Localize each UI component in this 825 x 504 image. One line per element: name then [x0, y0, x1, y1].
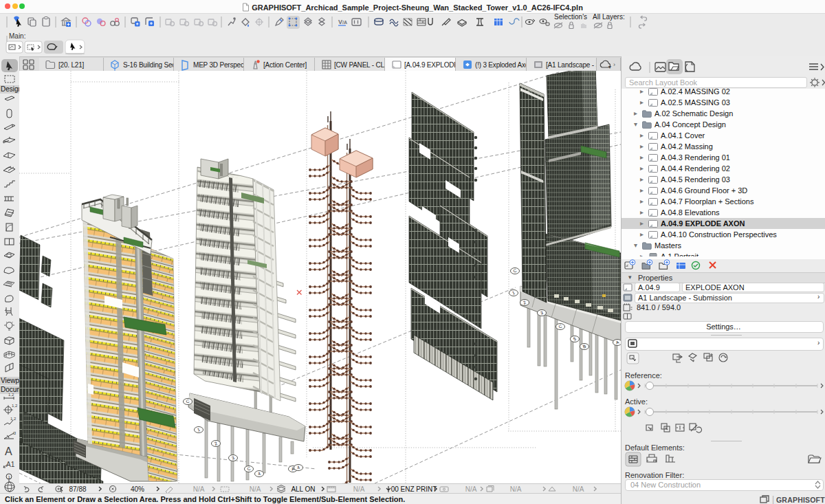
svg-text:1,2: 1,2 [12, 404, 18, 408]
svg-text:ALL ON: ALL ON [291, 485, 315, 493]
svg-text:00 ENZ PRINT: 00 ENZ PRINT [391, 485, 437, 493]
svg-text:α: α [13, 430, 16, 435]
svg-text:A: A [5, 446, 12, 457]
svg-text:Selection's: Selection's [554, 14, 587, 21]
svg-text:A1: A1 [6, 461, 15, 468]
svg-text:N/A: N/A [193, 485, 205, 493]
svg-text:Viewpo: Viewpo [1, 377, 19, 384]
svg-text:87/88: 87/88 [69, 485, 86, 493]
svg-text:40%: 40% [131, 485, 144, 493]
svg-text:Design: Design [1, 85, 19, 93]
svg-text:N/A: N/A [250, 485, 261, 493]
svg-text:All Layers:: All Layers: [593, 14, 625, 21]
svg-text:N/A: N/A [465, 485, 477, 493]
svg-text:1,2: 1,2 [10, 417, 16, 421]
svg-text:N/A: N/A [573, 485, 584, 493]
svg-text:1: 1 [8, 475, 11, 479]
svg-text:1,2: 1,2 [8, 393, 14, 397]
svg-text:N/A: N/A [353, 485, 365, 493]
svg-text:N/A: N/A [510, 485, 522, 493]
svg-text:▾: ▾ [608, 64, 611, 70]
svg-text:V/A: V/A [338, 19, 347, 25]
